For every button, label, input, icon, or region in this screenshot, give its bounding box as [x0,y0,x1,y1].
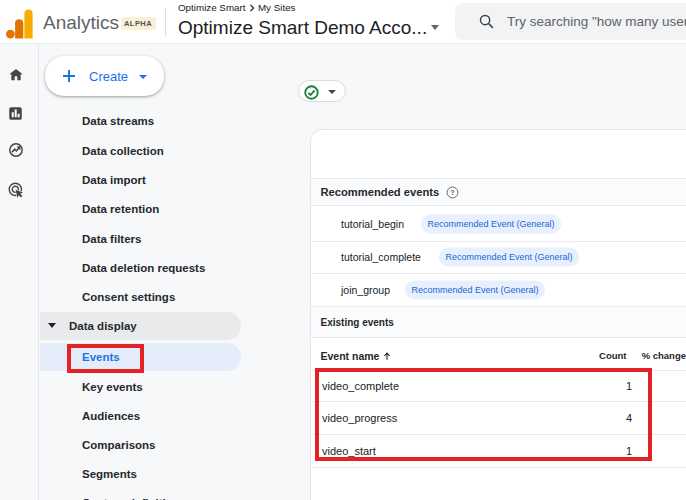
svg-text:?: ? [450,189,454,196]
